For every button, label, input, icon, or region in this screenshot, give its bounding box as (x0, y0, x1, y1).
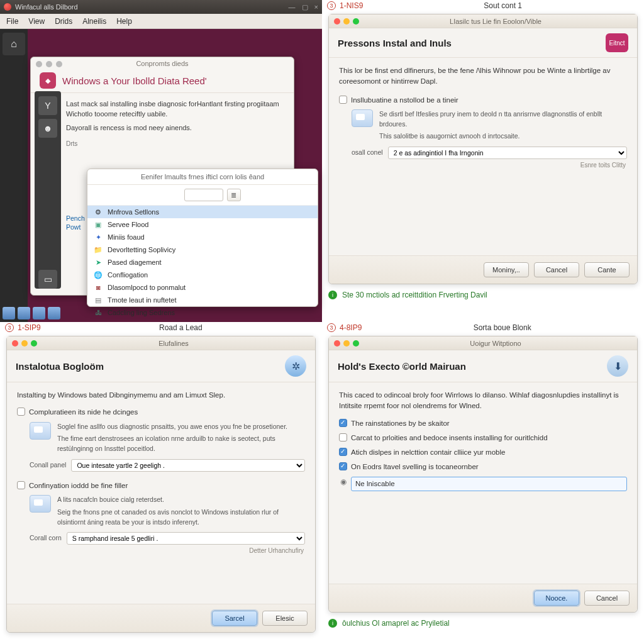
menu-help[interactable]: Help (116, 17, 132, 26)
traffic-max[interactable] (353, 18, 359, 25)
traffic-min[interactable] (343, 340, 350, 347)
taskbar-item[interactable] (48, 307, 60, 319)
opt-checkbox[interactable] (339, 433, 347, 441)
category-sheet: Eenifer lmaults frnes ifticl corn lolis … (87, 169, 318, 307)
list-item-label: Confliogation (108, 271, 148, 279)
list-item[interactable]: ⚙Mnfrova Setllons (87, 206, 318, 218)
list-item[interactable]: ➤Pased diagement (87, 256, 318, 269)
menu-view[interactable]: View (28, 17, 45, 26)
select-label: Conall panel (30, 460, 66, 470)
menu-file[interactable]: File (6, 17, 18, 26)
step-label: 3 1-NIS9 Sout cont 1 (322, 0, 644, 11)
globe-icon: 🌐 (94, 270, 103, 279)
list-item[interactable]: ✦Miniis foaud (87, 231, 318, 243)
editable-field[interactable]: Ne lniscable (351, 477, 627, 491)
assistant-body: Last mack sal installing insbe diagnosic… (31, 93, 294, 152)
list-item[interactable]: ◙Dlasomlpocd to ponmalut (87, 281, 318, 294)
ok-button[interactable]: Cante (584, 262, 630, 277)
traffic-min[interactable] (46, 61, 52, 67)
minimize-icon[interactable]: — (289, 3, 296, 11)
maximize-icon[interactable]: ▢ (302, 3, 308, 11)
list-item-label: Pased diagement (108, 258, 162, 266)
taskbar-item[interactable] (18, 307, 30, 319)
opt-label: Insllubuatine a nstollod be a tineir (351, 95, 458, 106)
step-badge: 3 (327, 323, 336, 332)
opt-checkbox[interactable] (339, 96, 347, 104)
list-item[interactable]: ▣Servee Flood (87, 218, 318, 231)
taskbar (3, 307, 60, 319)
taskbar-item[interactable] (3, 307, 15, 319)
intro-text: This caced to odincoal broly foor Wirrlo… (339, 390, 627, 412)
opt-checkbox[interactable] (339, 419, 347, 427)
shield-icon: ◆ (40, 72, 56, 89)
info-block: Se disrtl bef Itfeslies prury inem to de… (352, 109, 627, 142)
mode-select[interactable]: S ramphand iresale 5 gedliri . (67, 532, 305, 545)
body-text: Last mack sal installing insbe diagnosic… (66, 99, 285, 119)
dialog-titlebar: LIasilc tus Lie fin Eoolon/Vible (329, 14, 637, 28)
traffic-max[interactable] (353, 340, 359, 347)
link[interactable]: Powt (66, 223, 85, 231)
primary-button[interactable]: Nooce. (534, 591, 579, 606)
dialog-heading: Instalotua Bogloöm (16, 361, 104, 372)
launcher: ⌂ (0, 29, 28, 322)
list-item[interactable]: 🌐Confliogation (87, 269, 318, 281)
mode-select[interactable]: Oue intesate yartle 2 geeligh . (71, 459, 305, 472)
traffic-close[interactable] (334, 18, 340, 25)
sheet-toolbar: ≣ (87, 185, 318, 206)
traffic-lights (334, 340, 359, 347)
opt-checkbox[interactable] (17, 481, 25, 489)
list-view-icon[interactable]: ≣ (227, 189, 241, 201)
traffic-lights (334, 18, 359, 25)
install-dialog: Elufalines Instalotua Bogloöm ✲ Instalti… (6, 336, 316, 633)
step-label: 3 4-8IP9 Sorta boue Blonk (322, 322, 644, 333)
opt-label: Compluratieen its nide he dcinges (29, 407, 138, 418)
traffic-max[interactable] (56, 61, 62, 67)
opt-checkbox[interactable] (339, 448, 347, 456)
dialog-content: Instalting by Windows bated Dibnginymemu… (7, 382, 315, 604)
assistant-links: Pench Powt (66, 214, 85, 232)
sidebar-icon[interactable]: ▭ (38, 270, 57, 289)
launcher-item[interactable]: ⌂ (3, 33, 25, 55)
right-note: Esnre toits Clitty (339, 160, 626, 170)
window-title: Winfacul alls Dilbord (15, 3, 78, 11)
traffic-min[interactable] (21, 340, 28, 347)
dialog-content: This lor be finst end dlfinerurs, be the… (329, 58, 637, 255)
cancel-button[interactable]: Cancel (584, 591, 630, 606)
list-item[interactable]: 📁Devorltetting Soplivicy (87, 243, 318, 256)
traffic-close[interactable] (334, 340, 340, 347)
step-code: 4-8IP9 (340, 323, 362, 332)
list-item-label: Servee Flood (108, 221, 148, 228)
taskbar-item[interactable] (33, 307, 45, 319)
traffic-max[interactable] (31, 340, 37, 347)
secondary-button[interactable]: Elesic (262, 611, 308, 626)
opt-checkbox[interactable] (339, 462, 347, 470)
traffic-close[interactable] (36, 61, 42, 67)
close-icon[interactable]: × (314, 3, 318, 11)
step-badge: 3 (5, 323, 14, 332)
info-text: A lits nacafcln bouice cialg reterdset. (57, 495, 305, 505)
list-item-label: Dlasomlpocd to ponmalut (108, 284, 186, 291)
step-badge: 3 (327, 1, 336, 10)
sidebar-icon[interactable]: ☻ (38, 119, 57, 138)
traffic-min[interactable] (343, 18, 350, 25)
mode-select[interactable]: 2 e as adingintiol I fha Irngonin (388, 147, 627, 159)
dialog-title: LIasilc tus Lie fin Eoolon/Vible (359, 18, 632, 25)
traffic-close[interactable] (12, 340, 18, 347)
opt-checkbox[interactable] (17, 408, 25, 416)
download-icon: ⬇ (607, 355, 628, 377)
info-text: Se disrtl bef Itfeslies prury inem to de… (379, 109, 627, 130)
cancel-button[interactable]: Cancel (534, 262, 579, 277)
step-center: Sout cont 1 (367, 1, 639, 10)
dialog-titlebar: Uoigur Witptiono (329, 336, 637, 350)
link[interactable]: Pench (66, 214, 85, 222)
traffic-lights (12, 340, 37, 347)
search-input[interactable] (184, 189, 223, 201)
list-item[interactable]: ▤Tmote leaut in nuftetet (87, 294, 318, 306)
primary-button[interactable]: Sarcel (212, 611, 257, 626)
list-item[interactable]: 🖧Cadcling ling Sedrens (87, 306, 318, 319)
menu-drids[interactable]: Drids (55, 17, 72, 26)
more-button[interactable]: Moniny,.. (484, 262, 529, 277)
sidebar-icon[interactable]: Y (38, 96, 57, 115)
menu-alneilis[interactable]: Alneilis (82, 17, 106, 26)
opt-label: The rainstationes by be skaitor (351, 418, 450, 429)
